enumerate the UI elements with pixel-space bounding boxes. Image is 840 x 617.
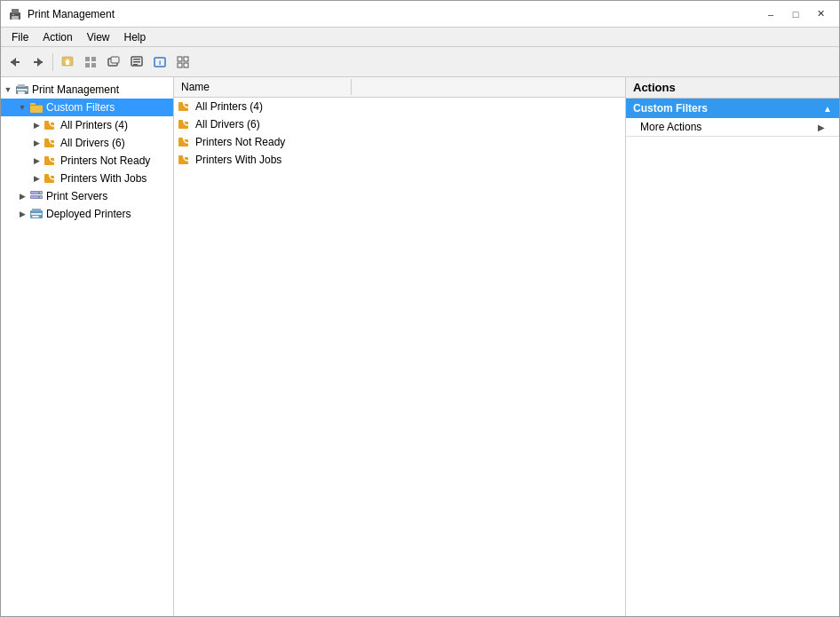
svg-line-42 xyxy=(56,143,57,144)
menu-help[interactable]: Help xyxy=(117,29,154,45)
content-item-all-printers[interactable]: All Printers (4) xyxy=(174,98,625,115)
tree-item-all-printers[interactable]: ▶ All Printers (4) xyxy=(1,116,173,134)
svg-rect-26 xyxy=(184,63,188,67)
svg-rect-40 xyxy=(44,138,49,141)
content-item-printers-not-ready[interactable]: Printers Not Ready xyxy=(174,133,625,151)
svg-rect-12 xyxy=(91,57,96,61)
expand-printers-with-jobs[interactable]: ▶ xyxy=(29,171,44,186)
show-hide-button[interactable] xyxy=(80,51,101,73)
toolbar: i xyxy=(1,47,839,77)
actions-header: Actions xyxy=(626,77,839,99)
svg-rect-14 xyxy=(91,63,96,67)
expand-deployed-printers[interactable]: ▶ xyxy=(15,207,29,221)
svg-rect-62 xyxy=(178,102,183,105)
svg-point-55 xyxy=(40,192,42,194)
printer-icon xyxy=(8,7,22,21)
svg-rect-2 xyxy=(12,16,19,20)
svg-rect-10 xyxy=(66,62,69,65)
svg-rect-36 xyxy=(44,121,49,123)
close-button[interactable]: ✕ xyxy=(809,5,832,23)
svg-rect-66 xyxy=(178,120,183,123)
tree-item-deployed-printers[interactable]: ▶ Deployed Printers xyxy=(1,205,173,223)
expand-printers-not-ready[interactable]: ▶ xyxy=(29,154,44,168)
tree-label-print-management: Print Management xyxy=(32,83,119,96)
svg-point-56 xyxy=(40,196,42,198)
action-more-actions[interactable]: More Actions ▶ xyxy=(626,118,839,136)
minimize-button[interactable]: – xyxy=(759,5,782,23)
svg-rect-54 xyxy=(31,196,38,198)
tree-label-deployed-printers: Deployed Printers xyxy=(46,208,131,220)
svg-line-38 xyxy=(56,125,57,126)
tree-item-print-servers[interactable]: ▶ Print Servers xyxy=(1,187,173,205)
col-header-name[interactable]: Name xyxy=(174,79,352,95)
grid-button[interactable] xyxy=(172,51,194,73)
svg-rect-3 xyxy=(12,14,14,15)
tree-label-all-printers: All Printers (4) xyxy=(60,119,128,131)
tree-item-printers-not-ready[interactable]: ▶ Printers Not Ready xyxy=(1,152,173,170)
tree-label-printers-not-ready: Printers Not Ready xyxy=(60,154,150,167)
tree-item-print-management[interactable]: ▼ Print Management xyxy=(1,81,173,99)
action-more-actions-label: More Actions xyxy=(640,121,701,133)
filter-icon-printers-with-jobs xyxy=(44,171,58,186)
up-button[interactable] xyxy=(57,51,78,73)
main-window: Print Management – □ ✕ File Action View … xyxy=(0,0,840,617)
svg-line-68 xyxy=(190,124,191,125)
content-label-all-drivers: All Drivers (6) xyxy=(195,118,260,131)
tree-label-printers-with-jobs: Printers With Jobs xyxy=(60,172,147,185)
back-button[interactable] xyxy=(4,51,26,73)
svg-rect-7 xyxy=(34,61,43,63)
toolbar-separator-1 xyxy=(52,53,53,71)
actions-section-title[interactable]: Custom Filters ▲ xyxy=(626,99,839,118)
svg-line-50 xyxy=(56,178,57,179)
expand-custom-filters[interactable]: ▼ xyxy=(15,100,29,115)
deploy-icon xyxy=(29,207,44,221)
svg-rect-32 xyxy=(30,105,43,113)
expand-print-management[interactable]: ▼ xyxy=(1,83,15,97)
tree-label-all-drivers: All Drivers (6) xyxy=(60,137,125,149)
expand-print-servers[interactable]: ▶ xyxy=(15,189,29,203)
svg-rect-30 xyxy=(26,90,28,91)
filter-icon-all-printers xyxy=(44,118,58,132)
svg-rect-18 xyxy=(133,59,140,60)
content-item-all-drivers[interactable]: All Drivers (6) xyxy=(174,115,625,133)
title-bar: Print Management – □ ✕ xyxy=(1,1,839,28)
menu-view[interactable]: View xyxy=(80,29,117,45)
svg-rect-48 xyxy=(44,174,49,177)
content-label-printers-not-ready: Printers Not Ready xyxy=(195,136,285,148)
svg-rect-5 xyxy=(11,61,20,63)
svg-line-76 xyxy=(190,160,191,161)
tree-panel: ▼ Print Management ▼ xyxy=(1,77,174,616)
menu-file[interactable]: File xyxy=(4,29,36,45)
content-panel: Name All Printers (4) xyxy=(174,77,626,616)
svg-rect-20 xyxy=(133,64,138,66)
svg-rect-60 xyxy=(32,216,39,218)
properties-button[interactable]: i xyxy=(149,51,170,73)
more-actions-arrow: ▶ xyxy=(818,123,825,132)
svg-rect-74 xyxy=(178,155,183,158)
svg-rect-59 xyxy=(31,213,42,215)
expand-all-printers[interactable]: ▶ xyxy=(29,118,44,132)
svg-line-72 xyxy=(190,142,191,143)
filter-icon-printers-not-ready xyxy=(44,154,58,168)
tree-item-printers-with-jobs[interactable]: ▶ Printers With Jobs xyxy=(1,170,173,187)
new-window-button[interactable] xyxy=(103,51,124,73)
col-header-queue[interactable] xyxy=(352,79,625,95)
filter-icon-2 xyxy=(178,117,192,131)
content-label-all-printers: All Printers (4) xyxy=(195,100,263,113)
content-item-printers-with-jobs[interactable]: Printers With Jobs xyxy=(174,151,625,169)
tree-item-all-drivers[interactable]: ▶ All Drivers (6) xyxy=(1,134,173,152)
window-controls: – □ ✕ xyxy=(759,5,832,23)
forward-button[interactable] xyxy=(28,51,49,73)
tree-item-custom-filters[interactable]: ▼ Custom Filters xyxy=(1,99,173,116)
svg-rect-24 xyxy=(184,57,188,61)
export-button[interactable] xyxy=(126,51,147,73)
svg-rect-28 xyxy=(18,84,25,87)
svg-rect-58 xyxy=(32,209,41,211)
expand-all-drivers[interactable]: ▶ xyxy=(29,136,44,150)
title-bar-left: Print Management xyxy=(8,7,115,21)
actions-section-arrow: ▲ xyxy=(823,104,832,114)
svg-text:i: i xyxy=(159,59,161,67)
maximize-button[interactable]: □ xyxy=(784,5,807,23)
menu-action[interactable]: Action xyxy=(36,29,79,45)
server-icon xyxy=(29,189,44,203)
